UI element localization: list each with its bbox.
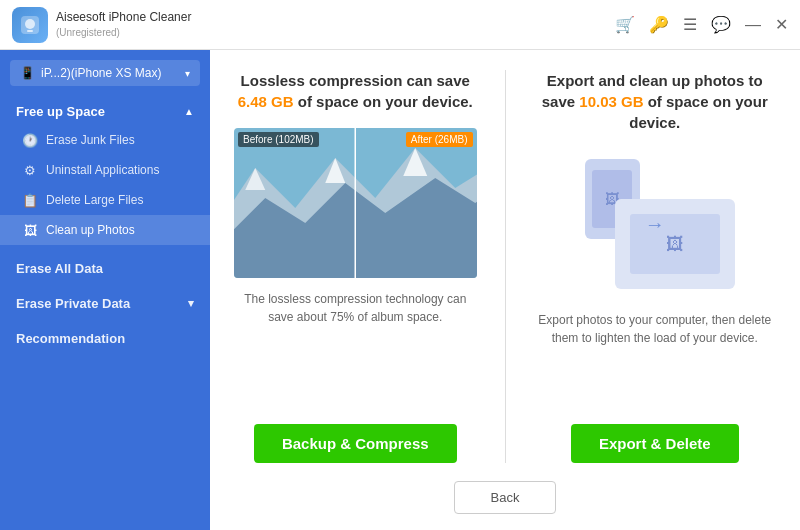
- delete-large-label: Delete Large Files: [46, 193, 143, 207]
- close-button[interactable]: ✕: [775, 15, 788, 34]
- sidebar: 📱 iP...2)(iPhone XS Max) ▾ Free up Space…: [0, 50, 210, 530]
- phone-icon: 📱: [20, 66, 35, 80]
- svg-rect-2: [27, 30, 33, 32]
- photo-on-laptop-icon: 🖼: [666, 234, 684, 255]
- window-controls: 🛒 🔑 ☰ 💬 — ✕: [615, 15, 788, 34]
- before-after-image: Before (102MB) After (26MB): [234, 128, 477, 278]
- export-illustration: 🖼 → 🖼: [565, 149, 745, 299]
- sidebar-item-recommendation[interactable]: Recommendation: [0, 321, 210, 356]
- free-up-label: Free up Space: [16, 104, 105, 119]
- export-description: Export photos to your computer, then del…: [534, 311, 777, 347]
- erase-junk-icon: 🕐: [22, 132, 38, 148]
- uninstall-apps-label: Uninstall Applications: [46, 163, 159, 177]
- device-selector[interactable]: 📱 iP...2)(iPhone XS Max) ▾: [10, 60, 200, 86]
- cart-icon[interactable]: 🛒: [615, 15, 635, 34]
- app-title-text: Aiseesoft iPhone Cleaner (Unregistered): [56, 10, 191, 39]
- clean-photos-label: Clean up Photos: [46, 223, 135, 237]
- chevron-down-private-icon: ▾: [188, 297, 194, 310]
- key-icon[interactable]: 🔑: [649, 15, 669, 34]
- export-panel: Export and clean up photos to save 10.03…: [534, 70, 777, 463]
- sidebar-item-clean-photos[interactable]: 🖼 Clean up Photos: [0, 215, 210, 245]
- section-arrow-icon: ▲: [184, 106, 194, 117]
- erase-private-label: Erase Private Data: [16, 296, 130, 311]
- before-label: Before (102MB): [238, 132, 319, 147]
- compress-panel: Lossless compression can save 6.48 GB of…: [234, 70, 477, 463]
- backup-compress-button[interactable]: Backup & Compress: [254, 424, 457, 463]
- compress-description: The lossless compression technology can …: [234, 290, 477, 326]
- clean-photos-icon: 🖼: [22, 222, 38, 238]
- after-label: After (26MB): [406, 132, 473, 147]
- export-delete-button[interactable]: Export & Delete: [571, 424, 739, 463]
- sidebar-item-erase-private[interactable]: Erase Private Data ▾: [0, 286, 210, 321]
- laptop-shape: 🖼: [615, 199, 735, 289]
- sidebar-item-delete-large[interactable]: 📋 Delete Large Files: [0, 185, 210, 215]
- menu-icon[interactable]: ☰: [683, 15, 697, 34]
- app-branding: Aiseesoft iPhone Cleaner (Unregistered): [12, 7, 191, 43]
- title-bar: Aiseesoft iPhone Cleaner (Unregistered) …: [0, 0, 800, 50]
- panel-divider: [505, 70, 506, 463]
- app-logo: [12, 7, 48, 43]
- back-button[interactable]: Back: [454, 481, 557, 514]
- main-container: 📱 iP...2)(iPhone XS Max) ▾ Free up Space…: [0, 50, 800, 530]
- export-panel-title: Export and clean up photos to save 10.03…: [534, 70, 777, 133]
- chevron-down-icon: ▾: [185, 68, 190, 79]
- free-up-header[interactable]: Free up Space ▲: [0, 98, 210, 125]
- bottom-bar: Back: [234, 463, 776, 514]
- laptop-screen: 🖼: [630, 214, 720, 274]
- content-area: Lossless compression can save 6.48 GB of…: [210, 50, 800, 530]
- sidebar-section-free-up: Free up Space ▲ 🕐 Erase Junk Files ⚙ Uni…: [0, 98, 210, 251]
- sidebar-item-erase-junk[interactable]: 🕐 Erase Junk Files: [0, 125, 210, 155]
- uninstall-apps-icon: ⚙: [22, 162, 38, 178]
- recommendation-label: Recommendation: [16, 331, 125, 346]
- sidebar-item-uninstall-apps[interactable]: ⚙ Uninstall Applications: [0, 155, 210, 185]
- device-label: iP...2)(iPhone XS Max): [41, 66, 162, 80]
- compress-panel-title: Lossless compression can save 6.48 GB of…: [234, 70, 477, 112]
- erase-all-label: Erase All Data: [16, 261, 103, 276]
- svg-point-1: [25, 19, 35, 29]
- erase-junk-label: Erase Junk Files: [46, 133, 135, 147]
- content-panels: Lossless compression can save 6.48 GB of…: [234, 70, 776, 463]
- transfer-arrow-icon: →: [645, 213, 665, 236]
- chat-icon[interactable]: 💬: [711, 15, 731, 34]
- delete-large-icon: 📋: [22, 192, 38, 208]
- sidebar-item-erase-all[interactable]: Erase All Data: [0, 251, 210, 286]
- minimize-button[interactable]: —: [745, 16, 761, 34]
